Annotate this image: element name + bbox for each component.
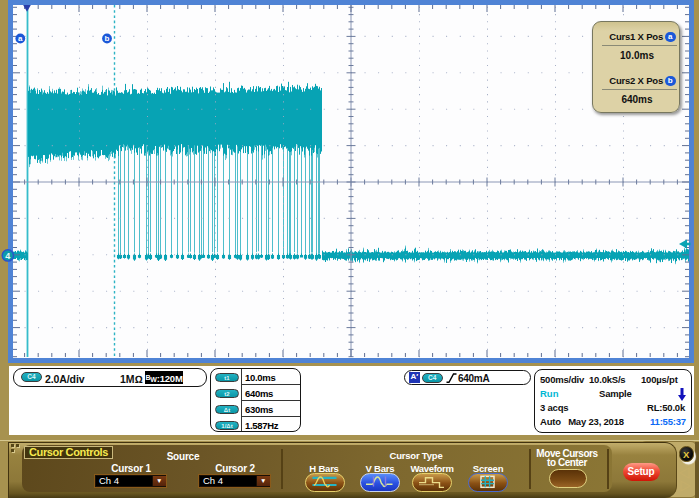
svg-text:4: 4 [5, 251, 10, 261]
svg-text:a: a [18, 34, 23, 43]
svg-text:b: b [105, 34, 110, 43]
